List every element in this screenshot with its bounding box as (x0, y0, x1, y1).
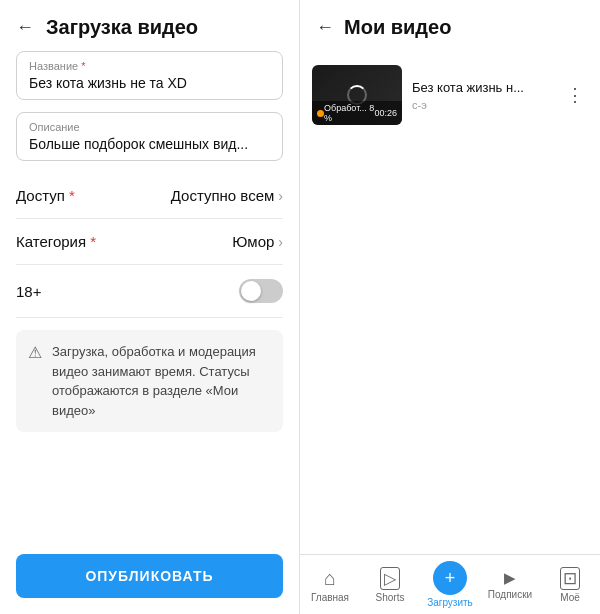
info-text: Загрузка, обработка и модерация видео за… (52, 342, 271, 420)
desc-field-group[interactable]: Описание Больше подборок смешных вид... (16, 112, 283, 161)
subscriptions-icon: ▶ (504, 569, 516, 587)
access-value: Доступно всем › (171, 187, 283, 204)
video-subtitle: с-э (412, 99, 552, 111)
warning-icon: ⚠ (28, 343, 42, 420)
video-more-button[interactable]: ⋮ (562, 80, 588, 110)
desc-label: Описание (29, 121, 270, 133)
info-box: ⚠ Загрузка, обработка и модерация видео … (16, 330, 283, 432)
nav-label-home: Главная (311, 592, 349, 603)
my-videos-back-button[interactable]: ← (316, 17, 334, 38)
thumb-status: Обработ... 8 % (324, 103, 374, 123)
name-field-group[interactable]: Название * Без кота жизнь не та XD (16, 51, 283, 100)
age-toggle-row: 18+ (16, 265, 283, 318)
publish-container: ОПУБЛИКОВАТЬ (0, 538, 299, 614)
access-label: Доступ * (16, 187, 75, 204)
my-videos-panel: ← Мои видео Обработ... 8 % 00:26 Без кот… (300, 0, 600, 614)
nav-label-upload: Загрузить (427, 597, 473, 608)
name-label: Название * (29, 60, 270, 72)
nav-item-shorts[interactable]: ▷ Shorts (360, 567, 420, 603)
page-title: Загрузка видео (46, 16, 198, 39)
video-list: Обработ... 8 % 00:26 Без кота жизнь н...… (300, 51, 600, 554)
upload-panel: ← Загрузка видео Название * Без кота жиз… (0, 0, 300, 614)
thumb-duration: 00:26 (374, 108, 397, 118)
access-row[interactable]: Доступ * Доступно всем › (16, 173, 283, 219)
age-toggle[interactable] (239, 279, 283, 303)
access-chevron-icon: › (278, 188, 283, 204)
category-value: Юмор › (232, 233, 283, 250)
thumb-overlay: Обработ... 8 % 00:26 (312, 101, 402, 125)
video-info: Без кота жизнь н... с-э (412, 79, 552, 111)
upload-header: ← Загрузка видео (0, 0, 299, 51)
age-label: 18+ (16, 283, 41, 300)
bottom-nav: ⌂ Главная ▷ Shorts + Загрузить ▶ Подписк… (300, 554, 600, 614)
back-button[interactable]: ← (16, 17, 34, 38)
nav-label-mine: Моё (560, 592, 580, 603)
my-videos-title: Мои видео (344, 16, 451, 39)
nav-item-subscriptions[interactable]: ▶ Подписки (480, 569, 540, 600)
category-label: Категория * (16, 233, 96, 250)
nav-label-subscriptions: Подписки (488, 589, 532, 600)
my-videos-header: ← Мои видео (300, 0, 600, 51)
shorts-icon: ▷ (380, 567, 400, 590)
home-icon: ⌂ (324, 567, 336, 590)
video-thumbnail: Обработ... 8 % 00:26 (312, 65, 402, 125)
mine-icon: ⊡ (560, 567, 580, 590)
desc-value: Больше подборок смешных вид... (29, 136, 270, 152)
nav-item-mine[interactable]: ⊡ Моё (540, 567, 600, 603)
upload-form: Название * Без кота жизнь не та XD Описа… (0, 51, 299, 538)
category-chevron-icon: › (278, 234, 283, 250)
video-title: Без кота жизнь н... (412, 79, 552, 97)
category-row[interactable]: Категория * Юмор › (16, 219, 283, 265)
status-dot-icon (317, 110, 324, 117)
name-value: Без кота жизнь не та XD (29, 75, 270, 91)
nav-item-home[interactable]: ⌂ Главная (300, 567, 360, 603)
nav-item-upload[interactable]: + Загрузить (420, 561, 480, 608)
nav-label-shorts: Shorts (376, 592, 405, 603)
upload-icon: + (433, 561, 467, 595)
video-item[interactable]: Обработ... 8 % 00:26 Без кота жизнь н...… (312, 59, 588, 131)
publish-button[interactable]: ОПУБЛИКОВАТЬ (16, 554, 283, 598)
